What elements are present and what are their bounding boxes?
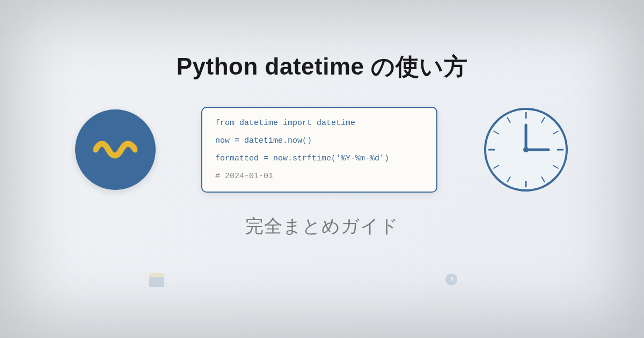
calendar-icon (149, 272, 164, 287)
illustration-row: from datetime import datetime now = date… (75, 107, 569, 193)
python-icon (75, 109, 156, 190)
page-title: Python datetime の使い方 (177, 51, 468, 83)
page-subtitle: 完全まとめガイド (245, 214, 399, 239)
code-line: now = datetime.now() (215, 135, 423, 146)
svg-point-15 (523, 147, 529, 152)
code-line: from datetime import datetime (215, 117, 423, 129)
code-snippet: from datetime import datetime now = date… (201, 107, 437, 193)
clock-icon (483, 107, 569, 193)
code-line: formatted = now.strftime('%Y-%m-%d') (215, 153, 423, 164)
code-line-comment: # 2024-01-01 (215, 171, 423, 182)
clock-small-icon (445, 274, 457, 285)
hero-card: Python datetime の使い方 from datetime impor… (0, 0, 644, 338)
